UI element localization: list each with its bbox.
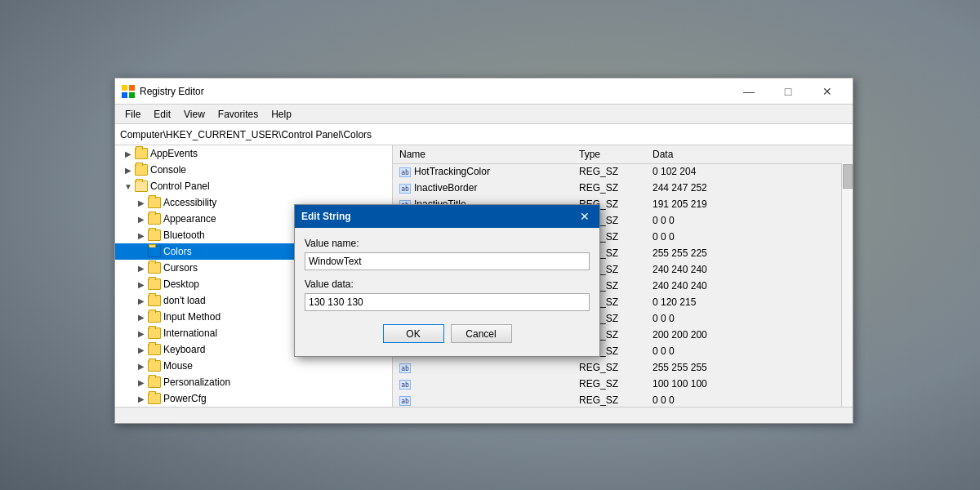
cancel-button[interactable]: Cancel: [451, 324, 512, 343]
menu-view[interactable]: View: [177, 107, 212, 122]
folder-icon: [135, 164, 148, 176]
svg-rect-1: [129, 85, 135, 91]
scrollbar-thumb[interactable]: [843, 164, 853, 189]
menu-file[interactable]: File: [118, 107, 147, 122]
reg-data: 255 255 255: [646, 359, 853, 376]
tree-item-controlpanel[interactable]: ▼ Control Panel: [115, 178, 392, 194]
arrow-icon: ▶: [135, 378, 148, 387]
arrow-icon: ▶: [135, 231, 148, 240]
reg-data: 0 0 0: [646, 343, 853, 359]
tree-label: don't load: [163, 295, 206, 306]
folder-icon: [148, 262, 161, 274]
status-bar: [115, 407, 853, 423]
tree-label: Mouse: [163, 360, 193, 372]
menu-bar: File Edit View Favorites Help: [115, 105, 853, 124]
tree-label: Control Panel: [150, 180, 210, 192]
tree-item-powercfg[interactable]: ▶ PowerCfg: [115, 390, 392, 407]
dialog-close-button[interactable]: ✕: [577, 209, 593, 224]
arrow-icon: ▶: [135, 362, 148, 371]
value-name-label: Value name:: [305, 238, 590, 249]
folder-icon: [148, 278, 161, 290]
reg-name: ab: [393, 359, 572, 376]
menu-edit[interactable]: Edit: [147, 107, 177, 122]
arrow-icon: ▶: [122, 149, 135, 158]
arrow-icon: ▶: [135, 345, 148, 354]
arrow-icon: ▶: [135, 280, 148, 289]
svg-rect-0: [122, 85, 127, 91]
arrow-icon: ▶: [135, 313, 148, 322]
folder-icon: [135, 180, 148, 192]
arrow-icon: ▶: [135, 394, 148, 403]
tree-label: Appearance: [163, 213, 216, 225]
folder-icon: [148, 213, 161, 225]
window-title: Registry Editor: [140, 86, 204, 97]
folder-icon: [148, 311, 161, 323]
folder-icon: [148, 393, 161, 404]
tree-item-console[interactable]: ▶ Console: [115, 162, 392, 178]
address-text[interactable]: Computer\HKEY_CURRENT_USER\Control Panel…: [120, 129, 848, 140]
col-data-header: Data: [646, 145, 853, 163]
tree-item-appevents[interactable]: ▶ AppEvents: [115, 145, 392, 162]
tree-label: Console: [150, 164, 186, 176]
folder-icon: [135, 148, 148, 159]
arrow-icon: ▶: [135, 215, 148, 224]
reg-data: 0 0 0: [646, 310, 853, 327]
tree-label: Bluetooth: [163, 229, 205, 241]
address-bar: Computer\HKEY_CURRENT_USER\Control Panel…: [115, 124, 853, 145]
tree-label: International: [163, 327, 217, 339]
reg-name: ab: [393, 392, 572, 407]
value-data-label: Value data:: [305, 278, 590, 290]
folder-icon: [148, 344, 161, 355]
col-name-header: Name: [393, 145, 572, 163]
menu-favorites[interactable]: Favorites: [212, 107, 265, 122]
reg-data: 0 120 215: [646, 294, 853, 310]
table-row[interactable]: abHotTrackingColor REG_SZ 0 102 204: [393, 163, 853, 180]
reg-data: 255 255 225: [646, 245, 853, 261]
folder-icon: [148, 246, 161, 257]
minimize-button[interactable]: —: [730, 82, 768, 100]
dialog-title: Edit String: [301, 211, 351, 222]
reg-data: 244 247 252: [646, 180, 853, 196]
table-row[interactable]: ab REG_SZ 100 100 100: [393, 376, 853, 392]
folder-icon: [148, 360, 161, 372]
title-bar: Registry Editor — □ ✕: [115, 78, 853, 105]
arrow-icon: ▼: [122, 182, 135, 191]
reg-data: 240 240 240: [646, 261, 853, 278]
reg-data: 100 100 100: [646, 376, 853, 392]
folder-icon: [148, 197, 161, 208]
col-type-header: Type: [572, 145, 646, 163]
reg-icon: ab: [399, 184, 411, 194]
ok-button[interactable]: OK: [383, 324, 444, 343]
menu-help[interactable]: Help: [265, 107, 298, 122]
maximize-button[interactable]: □: [769, 82, 807, 100]
tree-label: Colors: [163, 246, 192, 257]
tree-label: Personalization: [163, 376, 230, 388]
tree-item-mouse[interactable]: ▶ Mouse: [115, 358, 392, 374]
table-row[interactable]: ab REG_SZ 0 0 0: [393, 392, 853, 407]
tree-item-personalization[interactable]: ▶ Personalization: [115, 374, 392, 390]
arrow-icon: ▶: [135, 296, 148, 305]
reg-data: 200 200 200: [646, 327, 853, 343]
folder-icon: [148, 295, 161, 306]
value-name-input[interactable]: [305, 252, 590, 270]
reg-icon: ab: [399, 167, 411, 177]
arrow-icon: ▶: [135, 264, 148, 273]
folder-icon: [148, 327, 161, 339]
close-button[interactable]: ✕: [808, 82, 846, 100]
table-row[interactable]: ab REG_SZ 255 255 255: [393, 359, 853, 376]
title-bar-left: Registry Editor: [122, 85, 204, 98]
reg-type: REG_SZ: [572, 376, 646, 392]
tree-label: Input Method: [163, 311, 220, 323]
table-row[interactable]: abInactiveBorder REG_SZ 244 247 252: [393, 180, 853, 196]
registry-icon: [122, 85, 135, 98]
reg-data: 0 0 0: [646, 392, 853, 407]
reg-name: ab: [393, 376, 572, 392]
tree-label: Cursors: [163, 262, 198, 274]
tree-label: AppEvents: [150, 148, 198, 159]
dialog-buttons: OK Cancel: [305, 319, 590, 350]
tree-label: Accessibility: [163, 197, 216, 208]
value-data-input[interactable]: [305, 293, 590, 311]
reg-type: REG_SZ: [572, 180, 646, 196]
reg-icon: ab: [399, 363, 411, 373]
vertical-scrollbar[interactable]: [841, 163, 853, 407]
